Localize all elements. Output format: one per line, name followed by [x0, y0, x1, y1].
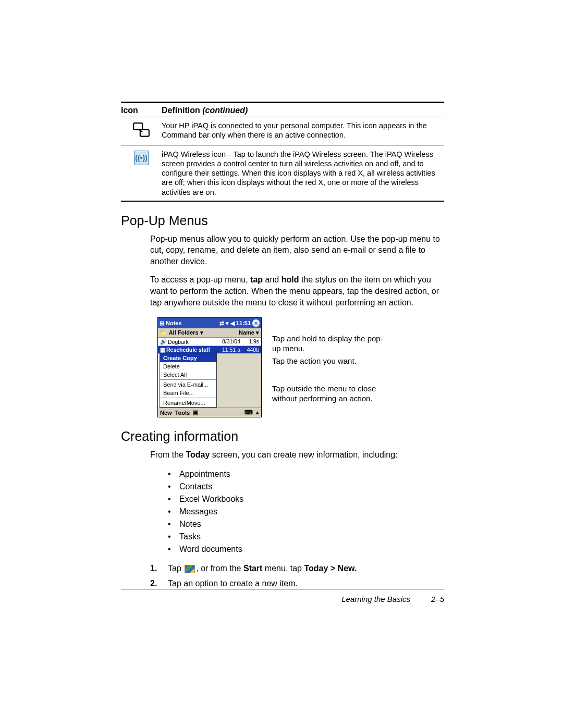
pda-subbar: 📁 All Folders ▾ Name ▾: [158, 328, 261, 338]
callout-tap-hold: Tap and hold to display the pop-up menu.: [272, 334, 387, 354]
info-bullet-list: Appointments Contacts Excel Workbooks Me…: [168, 468, 444, 556]
list-item: Messages: [168, 505, 444, 518]
paragraph: Pop-up menus allow you to quickly perfor…: [150, 233, 444, 267]
table-cell-text: iPAQ Wireless icon—Tap to launch the iPA…: [162, 150, 444, 197]
menu-item-rename: Rename/Move...: [160, 399, 216, 407]
callout-labels: Tap and hold to display the pop-up menu.…: [272, 317, 387, 417]
header-icon: Icon: [121, 106, 162, 115]
menu-item-delete: Delete: [160, 362, 216, 371]
start-flag-icon: ⊞: [160, 320, 164, 327]
paragraph: To access a pop-up menu, tap and hold th…: [150, 274, 444, 308]
table-row: ((•)) iPAQ Wireless icon—Tap to launch t…: [121, 146, 444, 202]
list-item: Word documents: [168, 543, 444, 556]
list-item: Appointments: [168, 468, 444, 480]
svg-rect-0: [133, 123, 142, 130]
wireless-icon: ((•)): [121, 150, 162, 197]
pda-bottom-bar: New Tools ▣ ⌨ ▴: [158, 408, 261, 417]
heading-creating-information: Creating information: [121, 429, 444, 444]
callout-tap-action: Tap the action you want.: [272, 356, 357, 366]
name-column-dropdown: Name ▾: [239, 329, 259, 336]
pda-body-area: [217, 354, 261, 408]
speaker-icon: ◀: [230, 320, 235, 327]
header-definition: Definition (continued): [162, 106, 248, 115]
note-icon: ▦: [160, 347, 165, 353]
table-header-row: Icon Definition (continued): [121, 102, 444, 117]
all-folders-dropdown: 📁 All Folders ▾: [160, 329, 203, 336]
heading-popup-menus: Pop-Up Menus: [121, 213, 444, 228]
page-footer: Learning the Basics 2–5: [121, 589, 444, 603]
recording-icon: ▣: [193, 409, 198, 416]
signal-icon: ▾: [226, 320, 229, 327]
list-item: Notes: [168, 518, 444, 530]
up-arrow-icon: ▴: [256, 409, 259, 416]
new-button: New: [160, 410, 172, 416]
numbered-steps: 1. Tap , or from the Start menu, tap Tod…: [150, 562, 444, 590]
list-item: 🔊Dogbark 8/31/04 1.9s: [158, 338, 261, 346]
step-1: 1. Tap , or from the Start menu, tap Tod…: [150, 562, 444, 575]
screenshot-with-callouts: ⊞ Notes ⇄ ▾ ◀ 11:51 ✕ 📁 All Folders ▾ Na…: [157, 317, 444, 417]
icon-definition-table: Icon Definition (continued) Your HP iPAQ…: [121, 102, 444, 202]
menu-item-select-all: Select All: [160, 371, 216, 379]
list-item-selected: ▦Reschedule staff 11:51 a 440b: [158, 346, 261, 354]
menu-item-send-email: Send via E-mail...: [160, 380, 216, 389]
tools-button: Tools: [175, 410, 190, 416]
list-item: Excel Workbooks: [168, 493, 444, 505]
table-row: Your HP iPAQ is connected to your person…: [121, 117, 444, 146]
clock-text: 11:51: [236, 320, 251, 326]
start-flag-icon: [185, 565, 195, 573]
footer-page-number: 2–5: [431, 595, 444, 603]
keyboard-icon: ⌨: [244, 409, 253, 416]
list-item: Contacts: [168, 480, 444, 493]
paragraph: From the Today screen, you can create ne…: [150, 449, 444, 461]
pda-screenshot: ⊞ Notes ⇄ ▾ ◀ 11:51 ✕ 📁 All Folders ▾ Na…: [157, 317, 262, 417]
table-cell-text: Your HP iPAQ is connected to your person…: [162, 121, 444, 142]
close-icon: ✕: [252, 319, 260, 327]
sync-status-icon: ⇄: [219, 320, 224, 327]
list-item: Tasks: [168, 530, 444, 543]
footer-section-title: Learning the Basics: [341, 595, 410, 603]
sync-icon: [121, 121, 162, 142]
menu-item-create-copy: Create Copy: [160, 354, 216, 362]
menu-item-beam-file: Beam File...: [160, 389, 216, 397]
pda-app-title: Notes: [166, 320, 182, 326]
audio-note-icon: 🔊: [160, 338, 167, 345]
context-menu: Create Copy Delete Select All Send via E…: [160, 353, 217, 408]
pda-titlebar: ⊞ Notes ⇄ ▾ ◀ 11:51 ✕: [158, 318, 261, 328]
callout-tap-outside: Tap outside the menu to close without pe…: [272, 384, 387, 404]
